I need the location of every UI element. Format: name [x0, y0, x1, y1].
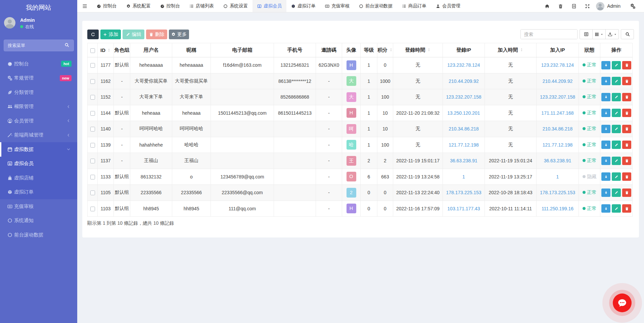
delete-row-button[interactable]	[622, 61, 631, 69]
delete-button[interactable]: 删除	[146, 30, 167, 39]
refresh-button[interactable]	[87, 30, 99, 39]
login-ip-link[interactable]: 178.173.225.153	[446, 190, 481, 195]
delete-row-button[interactable]	[622, 157, 631, 165]
sidebar-item-前端商城管理[interactable]: 前端商城管理	[0, 128, 77, 143]
row-checkbox[interactable]	[90, 175, 95, 179]
login-ip-link[interactable]: 123.232.207.158	[446, 94, 481, 100]
sidebar-item-虚拟数据[interactable]: 虚拟数据	[0, 142, 77, 157]
row-checkbox[interactable]	[90, 63, 95, 68]
fullscreen-icon[interactable]	[581, 4, 594, 9]
tab-前台滚动数据[interactable]: 前台滚动数据	[354, 0, 397, 12]
row-checkbox[interactable]	[90, 143, 95, 148]
edit-button[interactable]: 编辑	[123, 30, 144, 39]
edit-row-button[interactable]	[612, 125, 621, 133]
sidebar-item-常规管理[interactable]: 常规管理new	[0, 71, 77, 86]
join-ip-link[interactable]: 111.250.199.16	[542, 206, 573, 211]
column-header-join_time[interactable]: 加入時間	[485, 43, 537, 57]
tab-商品订单[interactable]: 商品订单	[397, 0, 431, 12]
table-search-input[interactable]	[521, 30, 577, 39]
login-ip-link[interactable]: 36.63.238.91	[450, 158, 477, 163]
tab-系统设置[interactable]: 系统设置	[219, 0, 252, 12]
column-header-login_time[interactable]: 登錄時間	[393, 43, 443, 57]
row-checkbox[interactable]	[90, 95, 95, 100]
delete-row-button[interactable]	[622, 172, 631, 181]
edit-row-button[interactable]	[612, 141, 621, 149]
sidebar-item-虚拟订单[interactable]: 虚拟订单	[0, 185, 77, 200]
delete-row-button[interactable]	[622, 93, 631, 101]
tab-控制台[interactable]: 控制台	[155, 0, 185, 12]
edit-row-button[interactable]	[612, 109, 621, 117]
trash-icon[interactable]	[554, 4, 567, 9]
delete-row-button[interactable]	[622, 109, 631, 117]
row-checkbox[interactable]	[90, 191, 95, 195]
edit-row-button[interactable]	[612, 172, 621, 181]
settings-gears-icon[interactable]	[625, 3, 641, 9]
download-row-button[interactable]	[601, 172, 610, 181]
edit-row-button[interactable]	[612, 204, 621, 213]
login-ip-link[interactable]: 1	[462, 174, 465, 179]
login-ip-link[interactable]: 123.232.78.124	[447, 62, 480, 68]
row-checkbox[interactable]	[90, 127, 95, 131]
tab-充值审核[interactable]: 充值审核	[320, 0, 354, 12]
join-ip-link[interactable]: 121.77.12.198	[543, 142, 573, 148]
tab-系统配置[interactable]: 系统配置	[122, 0, 155, 12]
columns-button[interactable]	[593, 29, 606, 39]
join-ip-link[interactable]: 210.44.209.92	[543, 78, 573, 84]
join-ip-link[interactable]: 36.63.238.91	[544, 158, 571, 163]
add-button[interactable]: 添加	[100, 30, 121, 39]
edit-row-button[interactable]	[612, 157, 621, 165]
join-ip-link[interactable]: 210.34.86.218	[543, 126, 573, 131]
edit-row-button[interactable]	[612, 189, 621, 197]
login-ip-link[interactable]: 13.250.120.201	[447, 110, 480, 116]
sidebar-item-控制台[interactable]: 控制台hot	[0, 57, 77, 71]
join-ip-link[interactable]: 123.232.207.158	[540, 94, 575, 100]
download-row-button[interactable]	[601, 109, 610, 117]
tab-虚拟会员[interactable]: 虚拟会员	[252, 0, 286, 12]
login-ip-link[interactable]: 103.171.177.43	[447, 206, 480, 211]
sidebar-item-虚拟店铺[interactable]: 虚拟店铺	[0, 171, 77, 185]
row-checkbox[interactable]	[90, 207, 95, 211]
export-button[interactable]	[606, 29, 619, 39]
download-row-button[interactable]	[601, 141, 610, 149]
select-all-checkbox[interactable]	[90, 48, 95, 53]
sidebar-item-会员管理[interactable]: 会员管理	[0, 114, 77, 128]
delete-row-button[interactable]	[622, 141, 631, 149]
download-row-button[interactable]	[601, 125, 610, 133]
sidebar-item-權限管理[interactable]: 權限管理	[0, 100, 77, 114]
edit-row-button[interactable]	[612, 61, 621, 69]
join-ip-link[interactable]: 178.173.225.153	[540, 190, 575, 195]
more-button[interactable]: 更多	[169, 30, 189, 39]
tab-会员管理[interactable]: 会员管理	[431, 0, 465, 12]
tab-店铺列表[interactable]: 店铺列表	[185, 0, 219, 12]
refresh-page-icon[interactable]	[567, 4, 581, 9]
download-row-button[interactable]	[601, 204, 610, 213]
detail-view-button[interactable]	[580, 29, 593, 39]
edit-row-button[interactable]	[612, 77, 621, 85]
sidebar-item-系统通知[interactable]: 系统通知	[0, 214, 77, 228]
download-row-button[interactable]	[601, 189, 610, 197]
sidebar-item-分類管理[interactable]: 分類管理	[0, 85, 77, 100]
column-header-id[interactable]: ID	[98, 43, 114, 57]
login-ip-link[interactable]: 121.77.12.198	[449, 142, 479, 148]
edit-row-button[interactable]	[612, 93, 621, 101]
select-all-header[interactable]	[88, 43, 98, 57]
delete-row-button[interactable]	[622, 204, 631, 213]
download-row-button[interactable]	[601, 157, 610, 165]
chat-fab-button[interactable]	[613, 293, 632, 312]
tab-虚拟订单[interactable]: 虚拟订单	[286, 0, 320, 12]
sidebar-item-虚拟会员[interactable]: 虚拟会员	[0, 157, 77, 171]
delete-row-button[interactable]	[622, 77, 631, 85]
menu-toggle-icon[interactable]	[77, 0, 92, 12]
sidebar-search-input[interactable]	[8, 40, 61, 51]
join-ip-link[interactable]: 123.232.78.124	[541, 62, 574, 68]
join-ip-link[interactable]: 1	[556, 174, 559, 179]
download-row-button[interactable]	[601, 77, 610, 85]
row-checkbox[interactable]	[90, 111, 95, 116]
download-row-button[interactable]	[601, 93, 610, 101]
column-header-score[interactable]: 积分	[377, 43, 393, 57]
sidebar-item-充值审核[interactable]: 充值审核	[0, 199, 77, 214]
delete-row-button[interactable]	[622, 189, 631, 197]
user-menu[interactable]: Admin	[596, 2, 620, 10]
sidebar-item-前台滚动数据[interactable]: 前台滚动数据	[0, 228, 77, 242]
join-ip-link[interactable]: 171.11.247.168	[541, 110, 573, 116]
